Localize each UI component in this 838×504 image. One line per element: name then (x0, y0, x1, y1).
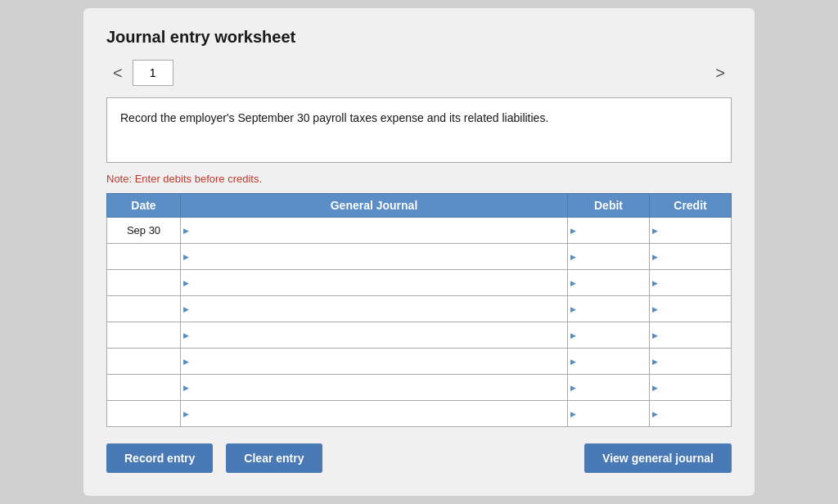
journal-entry-card: Journal entry worksheet < 1 > Record the… (83, 8, 755, 496)
prev-arrow[interactable]: < (106, 61, 129, 86)
debit-cell[interactable] (568, 244, 650, 270)
journal-cell[interactable] (181, 244, 568, 270)
credit-cell[interactable] (650, 322, 732, 349)
table-row (107, 296, 732, 322)
journal-table: Date General Journal Debit Credit Sep 30 (106, 193, 732, 427)
navigation-row: < 1 > (106, 60, 732, 86)
date-cell[interactable] (107, 244, 181, 270)
table-row: Sep 30 (107, 218, 732, 244)
credit-cell[interactable] (650, 349, 732, 375)
credit-cell[interactable] (650, 244, 732, 270)
table-row (107, 349, 732, 375)
note-text: Note: Enter debits before credits. (106, 173, 732, 185)
table-header-row: Date General Journal Debit Credit (107, 194, 732, 218)
date-cell[interactable] (107, 296, 181, 322)
credit-cell[interactable] (650, 401, 732, 427)
instruction-text: Record the employer's September 30 payro… (120, 111, 548, 124)
debit-cell[interactable] (568, 349, 650, 375)
tab-number: 1 (133, 60, 173, 86)
table-row (107, 322, 732, 349)
table-row (107, 401, 732, 427)
header-credit: Credit (650, 194, 732, 218)
journal-cell[interactable] (181, 375, 568, 401)
table-row (107, 244, 732, 270)
debit-cell[interactable] (568, 322, 650, 349)
journal-cell[interactable] (181, 296, 568, 322)
instruction-box: Record the employer's September 30 payro… (106, 97, 732, 163)
date-cell[interactable]: Sep 30 (107, 218, 181, 244)
record-entry-button[interactable]: Record entry (106, 443, 213, 473)
buttons-row: Record entry Clear entry View general jo… (106, 443, 732, 473)
date-cell[interactable] (107, 270, 181, 296)
debit-cell[interactable] (568, 375, 650, 401)
header-journal: General Journal (181, 194, 568, 218)
debit-cell[interactable] (568, 270, 650, 296)
journal-cell[interactable] (181, 322, 568, 349)
date-cell[interactable] (107, 322, 181, 349)
debit-cell[interactable] (568, 218, 650, 244)
credit-cell[interactable] (650, 296, 732, 322)
journal-cell[interactable] (181, 401, 568, 427)
date-cell[interactable] (107, 349, 181, 375)
journal-cell[interactable] (181, 270, 568, 296)
header-date: Date (107, 194, 181, 218)
credit-cell[interactable] (650, 218, 732, 244)
journal-cell[interactable] (181, 218, 568, 244)
journal-cell[interactable] (181, 349, 568, 375)
header-debit: Debit (568, 194, 650, 218)
view-general-journal-button[interactable]: View general journal (584, 443, 732, 473)
table-row (107, 375, 732, 401)
debit-cell[interactable] (568, 296, 650, 322)
credit-cell[interactable] (650, 270, 732, 296)
next-arrow[interactable]: > (709, 61, 732, 86)
credit-cell[interactable] (650, 375, 732, 401)
table-row (107, 270, 732, 296)
clear-entry-button[interactable]: Clear entry (226, 443, 322, 473)
date-cell[interactable] (107, 401, 181, 427)
page-title: Journal entry worksheet (106, 28, 732, 47)
date-cell[interactable] (107, 375, 181, 401)
debit-cell[interactable] (568, 401, 650, 427)
